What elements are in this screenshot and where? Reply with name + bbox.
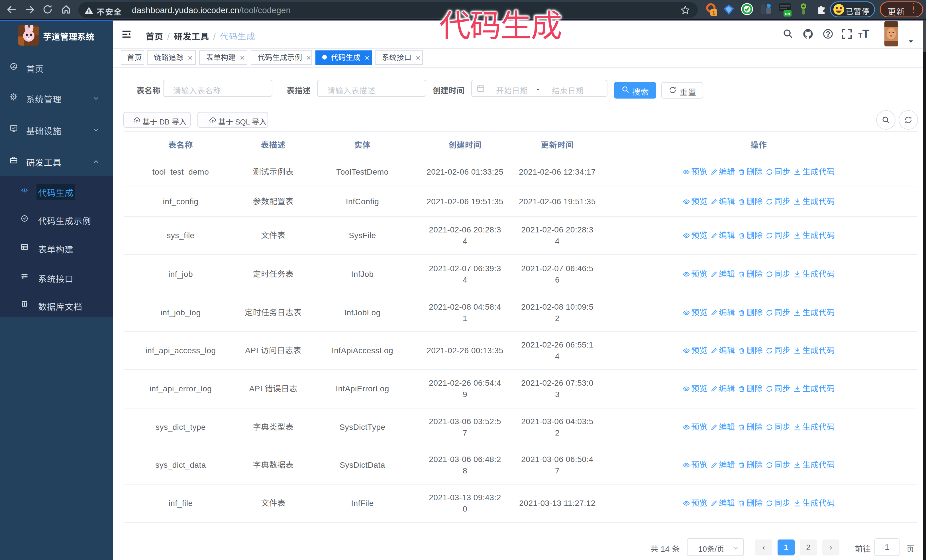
svg-text:on: on — [785, 11, 790, 16]
svg-text:1: 1 — [712, 10, 716, 16]
